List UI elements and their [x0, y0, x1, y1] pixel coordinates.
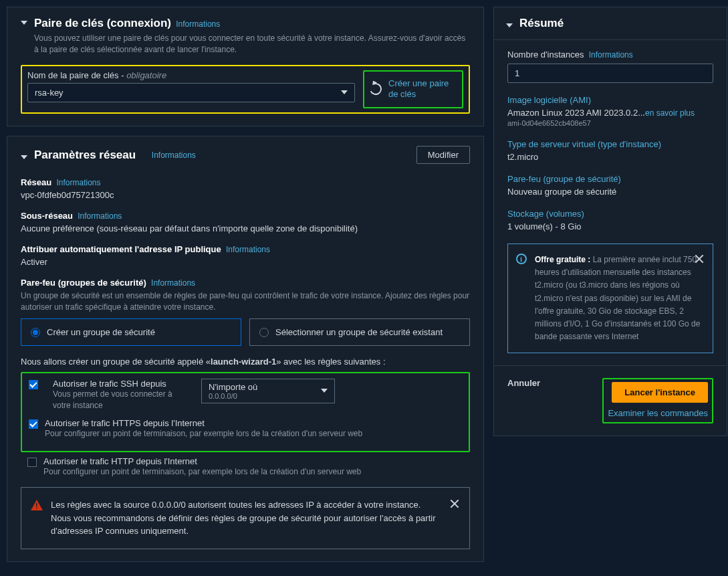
reseau-info-link[interactable]: Informations: [56, 178, 100, 187]
create-keypair-box: Créer une paire de clés: [363, 70, 463, 109]
summary-title: Résumé: [519, 17, 564, 30]
warning-box: Les règles avec la source 0.0.0.0/0 auto…: [21, 487, 470, 549]
review-commands-link[interactable]: Examiner les commandes: [608, 408, 708, 418]
radio-existing-sg[interactable]: Sélectionner un groupe de sécurité exist…: [249, 318, 470, 346]
create-keypair-link[interactable]: Créer une paire de clés: [388, 78, 457, 101]
radio-create-sg[interactable]: Créer un groupe de sécurité: [21, 318, 241, 346]
keypair-highlight: Nom de la paire de clés - obligatoire rs…: [21, 65, 470, 114]
rules-highlight: Autoriser le trafic SSH depuis Vous perm…: [21, 372, 470, 452]
caret-down-icon: [341, 90, 348, 94]
keypair-desc: Vous pouvez utiliser une paire de clés p…: [34, 33, 470, 56]
firewall-info-link[interactable]: Informations: [151, 278, 195, 288]
chevron-down-icon[interactable]: [506, 23, 513, 27]
storage-value: 1 volume(s) - 8 Gio: [507, 221, 713, 231]
instance-count-label: Nombre d'instances: [507, 50, 584, 60]
ami-more-link[interactable]: en savoir plus: [645, 108, 695, 118]
instance-count-info[interactable]: Informations: [589, 50, 633, 60]
instance-type-label: Type de serveur virtuel (type d'instance…: [507, 139, 713, 149]
ssh-label: Autoriser le trafic SSH depuis: [53, 379, 187, 389]
free-tier-text: La première année inclut 750 heures d'ut…: [535, 255, 700, 341]
network-info-link[interactable]: Informations: [152, 151, 196, 160]
radio-icon: [31, 328, 40, 337]
ami-id: ami-0d04e6652cb408e57: [507, 119, 713, 127]
warning-icon: [31, 500, 43, 510]
keypair-select[interactable]: rsa-key: [27, 83, 355, 102]
subnet-value: Aucune préférence (sous-réseau par défau…: [21, 223, 470, 233]
storage-label: Stockage (volumes): [507, 209, 713, 219]
free-tier-box: Offre gratuite : La première année inclu…: [507, 244, 713, 353]
chevron-down-icon[interactable]: [21, 21, 27, 25]
required-label: obligatoire: [126, 70, 166, 80]
checkbox-http[interactable]: [27, 458, 37, 467]
sg-text-pre: Nous allons créer un groupe de sécurité …: [21, 357, 211, 367]
checkbox-https[interactable]: [29, 419, 38, 429]
chevron-down-icon[interactable]: [21, 155, 27, 159]
radio-create-label: Créer un groupe de sécurité: [47, 327, 155, 337]
keypair-panel: Paire de clés (connexion) Informations V…: [7, 7, 484, 126]
checkbox-ssh[interactable]: [29, 380, 38, 389]
close-icon[interactable]: [449, 498, 460, 509]
ami-label: Image logicielle (AMI): [507, 95, 713, 105]
https-desc: Pour configurer un point de terminaison,…: [45, 428, 362, 440]
https-label: Autoriser le trafic HTTPS depuis l'Inter…: [45, 418, 362, 428]
info-icon: [516, 254, 527, 264]
http-desc: Pour configurer un point de terminaison,…: [43, 466, 361, 478]
caret-down-icon: [321, 389, 328, 393]
keypair-value: rsa-key: [35, 88, 64, 98]
sg-name: launch-wizard-1: [211, 357, 276, 367]
summary-panel: Résumé Nombre d'instances Informations I…: [493, 7, 727, 436]
reseau-label: Réseau: [21, 177, 51, 187]
ssh-source-select[interactable]: N'importe où 0.0.0.0/0: [201, 379, 335, 403]
instance-count-input[interactable]: [507, 64, 713, 83]
network-panel: Paramètres réseau Informations Modifier …: [7, 136, 484, 561]
reseau-value: vpc-0fdfeb0d75721300c: [21, 190, 470, 200]
subnet-info-link[interactable]: Informations: [78, 211, 122, 221]
keypair-title: Paire de clés (connexion): [34, 17, 171, 29]
ip-value: Activer: [21, 257, 470, 267]
http-label: Autoriser le trafic HTTP depuis l'Intern…: [43, 456, 361, 466]
launch-button[interactable]: Lancer l'instance: [612, 382, 708, 403]
instance-type-value: t2.micro: [507, 152, 713, 162]
firewall-label: Pare-feu (groupes de sécurité): [21, 278, 146, 288]
edit-button[interactable]: Modifier: [416, 146, 470, 164]
warning-text: Les règles avec la source 0.0.0.0/0 auto…: [51, 498, 441, 538]
summary-firewall-label: Pare-feu (groupe de sécurité): [507, 174, 713, 184]
keypair-name-label: Nom de la paire de clés: [27, 70, 119, 80]
subnet-label: Sous-réseau: [21, 211, 73, 221]
ami-value: Amazon Linux 2023 AMI 2023.0.2...: [507, 108, 645, 118]
summary-firewall-value: Nouveau groupe de sécurité: [507, 187, 713, 197]
firewall-desc: Un groupe de sécurité est un ensemble de…: [21, 290, 470, 313]
network-title: Paramètres réseau: [34, 149, 136, 162]
close-icon[interactable]: [694, 254, 705, 264]
radio-icon: [259, 328, 269, 337]
ssh-source-value: N'importe où: [209, 382, 257, 392]
keypair-info-link[interactable]: Informations: [176, 19, 220, 29]
sg-text-post: » avec les règles suivantes :: [276, 357, 385, 367]
radio-existing-label: Sélectionner un groupe de sécurité exist…: [275, 327, 443, 337]
ssh-cidr: 0.0.0.0/0: [209, 392, 257, 400]
refresh-icon[interactable]: [368, 82, 383, 97]
free-tier-strong: Offre gratuite :: [535, 255, 590, 264]
ssh-desc: Vous permet de vous connecter à votre in…: [53, 389, 187, 411]
cancel-button[interactable]: Annuler: [507, 378, 540, 388]
ip-label: Attribuer automatiquement l'adresse IP p…: [21, 244, 221, 254]
ip-info-link[interactable]: Informations: [226, 245, 270, 254]
